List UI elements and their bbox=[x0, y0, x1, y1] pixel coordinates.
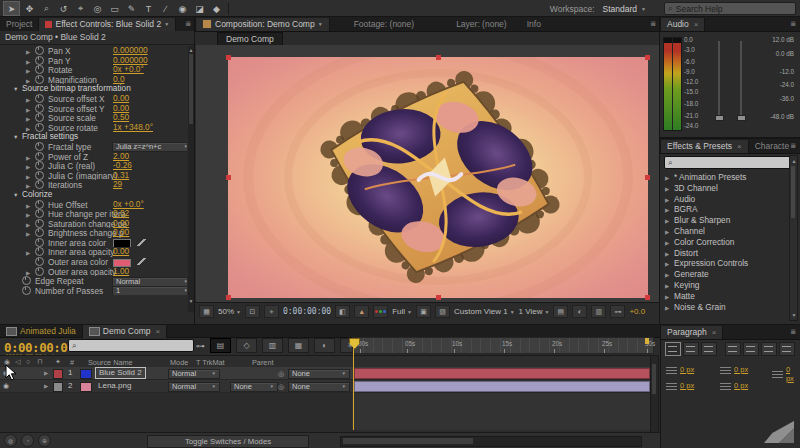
rotation-tool[interactable]: ↺ bbox=[56, 2, 71, 15]
layer-handle[interactable] bbox=[645, 175, 650, 180]
region-of-interest-icon[interactable]: ▣ bbox=[416, 305, 431, 318]
puppet-pin-tool[interactable]: ◆ bbox=[209, 2, 224, 15]
tab-effect-controls[interactable]: Effect Controls: Blue Solid 2 ▼ bbox=[38, 18, 176, 31]
stopwatch-icon[interactable] bbox=[35, 247, 44, 256]
tab-audio[interactable]: Audio × bbox=[660, 18, 705, 31]
param-value[interactable]: 0.0 bbox=[113, 75, 125, 85]
effect-param-row[interactable]: Inner area opacity 0.00 0.00 bbox=[0, 247, 187, 257]
param-value[interactable]: 0.000000 bbox=[113, 46, 148, 56]
align-center-button[interactable] bbox=[683, 342, 699, 356]
effect-param-row[interactable]: Outer area color bbox=[0, 257, 187, 267]
viewer-tab-demo-comp[interactable]: Demo Comp bbox=[217, 32, 283, 46]
parent-dropdown[interactable]: None bbox=[288, 369, 350, 379]
effect-category-row[interactable]: Channel bbox=[662, 226, 788, 237]
stopwatch-icon[interactable] bbox=[35, 104, 44, 113]
justify-last-center-button[interactable] bbox=[743, 342, 759, 356]
expander-icon[interactable] bbox=[662, 205, 674, 215]
mask-shape-tool[interactable]: ▭ bbox=[107, 2, 122, 15]
param-value[interactable]: 0x +0.0° bbox=[113, 200, 144, 210]
tab-layer[interactable]: Layer: (none) bbox=[450, 18, 513, 31]
label-color-chip[interactable] bbox=[53, 382, 63, 392]
close-icon[interactable]: × bbox=[694, 20, 699, 29]
effect-category-row[interactable]: 3D Channel bbox=[662, 183, 788, 194]
scrollbar-thumb[interactable] bbox=[343, 438, 473, 444]
stopwatch-icon[interactable] bbox=[22, 286, 31, 295]
viewer-timecode[interactable]: 0:00:00:00 bbox=[283, 307, 331, 316]
stopwatch-icon[interactable] bbox=[35, 142, 44, 151]
effect-param-row[interactable]: Source offset Y 0.00 0.00 bbox=[0, 104, 187, 114]
search-help-input[interactable]: ⌕ Search Help bbox=[664, 2, 796, 15]
effect-param-row[interactable]: Inner area color bbox=[0, 238, 187, 248]
expander-icon[interactable] bbox=[26, 77, 35, 85]
stopwatch-icon[interactable] bbox=[35, 161, 44, 170]
effect-param-row[interactable]: Pan Y 0.000000 0.000000 bbox=[0, 56, 187, 66]
expander-icon[interactable] bbox=[662, 238, 674, 248]
pixel-aspect-icon[interactable]: ▤ bbox=[553, 305, 568, 318]
effect-category-row[interactable]: Noise & Grain bbox=[662, 302, 788, 313]
eraser-tool[interactable]: ◪ bbox=[192, 2, 207, 15]
draft-3d-icon[interactable]: ◇ bbox=[236, 338, 257, 353]
indent-right[interactable]: 0 px bbox=[772, 365, 800, 383]
param-value[interactable]: 0.02 bbox=[113, 209, 129, 219]
stopwatch-icon[interactable] bbox=[35, 46, 44, 55]
live-update-icon[interactable]: ▤ bbox=[210, 338, 231, 353]
expander-icon[interactable] bbox=[662, 303, 674, 313]
param-value[interactable]: 0.000000 bbox=[113, 56, 148, 66]
expand-transfer-controls-icon[interactable]: ◔ bbox=[21, 434, 34, 447]
layer-handle[interactable] bbox=[436, 55, 441, 60]
transparency-grid-icon[interactable]: ▨ bbox=[435, 305, 450, 318]
expander-icon[interactable] bbox=[26, 221, 35, 229]
selection-tool[interactable]: ➤ bbox=[3, 1, 20, 16]
effect-param-row[interactable]: Source offset X 0.00 0.00 bbox=[0, 94, 187, 104]
expander-icon[interactable] bbox=[26, 230, 35, 238]
param-value[interactable]: 1.00 bbox=[113, 267, 129, 277]
expander-icon[interactable] bbox=[662, 184, 674, 194]
camera-tool[interactable]: ⌖ bbox=[73, 2, 88, 15]
expand-inout-icon[interactable]: ⊕ bbox=[38, 434, 51, 447]
layer-handle[interactable] bbox=[436, 295, 441, 300]
parent-column-header[interactable]: Parent bbox=[252, 358, 274, 367]
param-value[interactable]: -0.26 bbox=[113, 161, 132, 171]
effect-param-row[interactable]: Hue change per itera 0.02 0.02 bbox=[0, 209, 187, 219]
safe-zones-icon[interactable]: ⊡ bbox=[245, 305, 260, 318]
stopwatch-icon[interactable] bbox=[35, 152, 44, 161]
layer-handle[interactable] bbox=[226, 295, 231, 300]
show-snapshot-icon[interactable]: ▲ bbox=[354, 305, 369, 318]
expander-icon[interactable] bbox=[26, 106, 35, 114]
stopwatch-icon[interactable] bbox=[35, 209, 44, 218]
effect-category-row[interactable]: Matte bbox=[662, 291, 788, 302]
tab-animated-julia[interactable]: Animated Julia bbox=[0, 325, 82, 338]
expander-icon[interactable] bbox=[662, 270, 674, 280]
effect-param-row[interactable]: Source scale 0.50 0.50 bbox=[0, 113, 187, 123]
param-value[interactable]: 0.00 bbox=[113, 228, 129, 238]
hand-tool[interactable]: ✥ bbox=[22, 2, 37, 15]
solo-column-icon[interactable]: ○ bbox=[26, 358, 30, 365]
scroll-down-icon[interactable]: ▼ bbox=[791, 312, 797, 318]
expander-icon[interactable] bbox=[26, 115, 35, 123]
expander-icon[interactable] bbox=[662, 249, 674, 259]
param-value[interactable]: 0x +0.0° bbox=[113, 65, 144, 75]
expander-icon[interactable] bbox=[662, 281, 674, 291]
effect-param-row[interactable]: Power of Z 2.00 2.00 bbox=[0, 152, 187, 162]
view-layout-dropdown[interactable]: 1 View ▼ bbox=[519, 307, 550, 316]
param-value[interactable]: 0.31 bbox=[113, 171, 129, 181]
expander-icon[interactable] bbox=[26, 125, 35, 133]
indent-first-line[interactable]: 0 px bbox=[720, 365, 748, 374]
stopwatch-icon[interactable] bbox=[22, 276, 31, 285]
color-swatch[interactable] bbox=[113, 239, 131, 247]
expander-icon[interactable] bbox=[662, 292, 674, 302]
align-left-button[interactable] bbox=[665, 342, 681, 356]
expander-icon[interactable]: ▶ bbox=[44, 381, 48, 391]
stopwatch-icon[interactable] bbox=[35, 219, 44, 228]
tab-project[interactable]: Project bbox=[0, 18, 38, 31]
mask-visibility-icon[interactable]: ⌖ bbox=[264, 305, 279, 318]
param-dropdown[interactable]: 1 bbox=[112, 286, 187, 295]
effects-search-input[interactable]: ⌕ bbox=[664, 156, 797, 169]
expander-icon[interactable] bbox=[26, 163, 35, 171]
pen-tool[interactable]: ✎ bbox=[124, 2, 139, 15]
panel-menu-icon[interactable]: ≣ bbox=[790, 142, 800, 150]
scroll-down-icon[interactable]: ▼ bbox=[188, 298, 194, 304]
layer-handle[interactable] bbox=[226, 55, 231, 60]
effect-param-row[interactable]: Source bitmap transformation bbox=[0, 84, 187, 94]
tab-info[interactable]: Info bbox=[521, 18, 547, 31]
